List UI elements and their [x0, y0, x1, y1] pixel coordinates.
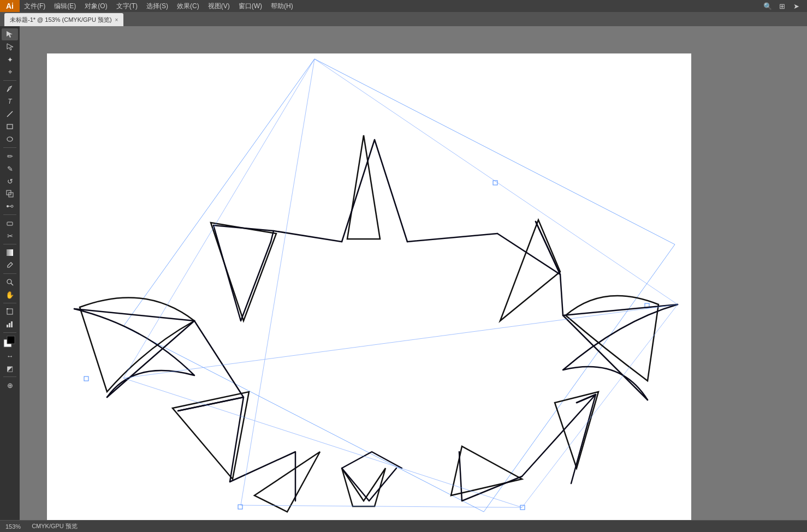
menu-items: 文件(F) 编辑(E) 对象(O) 文字(T) 选择(S) 效果(C) 视图(V… [20, 0, 298, 12]
svg-rect-9 [7, 249, 13, 256]
share-icon[interactable]: ➤ [791, 1, 802, 11]
screen-mode-icon[interactable]: ⊕ [2, 379, 18, 391]
menu-text[interactable]: 文字(T) [112, 0, 142, 12]
zoom-tool[interactable] [2, 276, 18, 288]
svg-rect-18 [7, 336, 15, 344]
svg-line-34 [563, 315, 648, 400]
tool-separator-2 [3, 147, 16, 148]
svg-rect-1 [7, 124, 13, 129]
default-colors-icon[interactable]: ◩ [2, 362, 18, 374]
color-mode: CMYK/GPU 预览 [32, 522, 78, 530]
document-tab[interactable]: 未标题-1* @ 153% (CMYK/GPU 预览) × [4, 13, 123, 26]
scale-tool[interactable] [2, 188, 18, 200]
menu-select[interactable]: 选择(S) [142, 0, 173, 12]
blend-tool[interactable] [2, 200, 18, 212]
left-toolbar: ✦ ⌖ T ✏ ✎ ↺ ✂ [0, 26, 20, 532]
svg-rect-16 [11, 321, 13, 327]
brush-tool[interactable]: ✏ [2, 150, 18, 162]
svg-marker-25 [347, 135, 380, 239]
magic-wand-tool[interactable]: ✦ [2, 53, 18, 65]
svg-rect-12 [7, 309, 13, 314]
star-artwork [47, 53, 691, 523]
line-tool[interactable] [2, 108, 18, 120]
direct-selection-tool[interactable] [2, 41, 18, 53]
ellipse-tool[interactable] [2, 133, 18, 145]
hand-tool[interactable]: ✋ [2, 289, 18, 301]
tab-title: 未标题-1* @ 153% (CMYK/GPU 预览) [10, 16, 112, 24]
toolbar-right-icons: 🔍 ⊞ ➤ [762, 1, 807, 11]
svg-marker-26 [211, 223, 276, 321]
zoom-level[interactable]: 153% [5, 523, 21, 530]
rect-tool[interactable] [2, 121, 18, 133]
tool-separator-5 [3, 273, 16, 274]
eraser-tool[interactable] [2, 217, 18, 229]
fill-stroke-display[interactable] [2, 335, 18, 349]
swap-fill-stroke-icon[interactable]: ↔ [2, 350, 18, 362]
selection-tool[interactable] [2, 28, 18, 40]
svg-rect-8 [7, 222, 13, 225]
menu-object[interactable]: 对象(O) [80, 0, 111, 12]
status-bar: 153% CMYK/GPU 预览 [0, 520, 807, 532]
artboard [47, 53, 691, 523]
app-logo: Ai [0, 0, 20, 12]
svg-line-36 [407, 234, 497, 242]
main-star [74, 140, 678, 501]
eyedropper-tool[interactable] [2, 259, 18, 271]
svg-line-39 [315, 59, 678, 304]
svg-rect-14 [7, 325, 8, 327]
arrange-icon[interactable]: ⊞ [776, 1, 787, 11]
lasso-tool[interactable]: ⌖ [2, 66, 18, 78]
svg-point-6 [11, 205, 13, 207]
search-icon[interactable]: 🔍 [762, 1, 773, 11]
svg-point-2 [7, 137, 13, 141]
menu-view[interactable]: 视图(V) [204, 0, 234, 12]
svg-rect-15 [9, 323, 10, 327]
bar-chart-tool[interactable] [2, 318, 18, 330]
tool-separator-7 [3, 332, 16, 333]
svg-line-42 [123, 59, 315, 378]
pencil-tool[interactable]: ✎ [2, 163, 18, 175]
main-area: ✦ ⌖ T ✏ ✎ ↺ ✂ [0, 26, 807, 532]
svg-marker-32 [500, 220, 560, 321]
svg-point-5 [7, 205, 9, 207]
rotate-tool[interactable]: ↺ [2, 175, 18, 187]
tool-separator-8 [3, 376, 16, 377]
svg-rect-13 [7, 308, 8, 309]
pen-tool[interactable] [2, 83, 18, 95]
guide-lines [123, 59, 678, 507]
svg-line-43 [123, 378, 522, 507]
svg-line-41 [522, 304, 678, 507]
gradient-tool[interactable] [2, 247, 18, 259]
svg-marker-29 [342, 468, 385, 506]
tab-close-button[interactable]: × [115, 17, 118, 23]
tab-bar: 未标题-1* @ 153% (CMYK/GPU 预览) × [0, 12, 807, 26]
tool-separator-6 [3, 303, 16, 303]
svg-marker-28 [254, 452, 320, 512]
svg-line-0 [7, 111, 13, 117]
artboard-tool[interactable] [2, 306, 18, 318]
menu-window[interactable]: 窗口(W) [234, 0, 266, 12]
tool-separator-3 [3, 214, 16, 215]
type-tool[interactable]: T [2, 95, 18, 107]
menu-file[interactable]: 文件(F) [20, 0, 50, 12]
tool-separator-1 [3, 80, 16, 81]
svg-line-40 [241, 505, 522, 507]
svg-marker-19 [123, 59, 675, 512]
menu-effect[interactable]: 效果(C) [173, 0, 204, 12]
selection-bounding-box [84, 59, 675, 512]
svg-rect-22 [84, 376, 88, 381]
scissors-tool[interactable]: ✂ [2, 230, 18, 242]
svg-line-35 [274, 231, 342, 242]
svg-line-38 [241, 59, 315, 505]
tool-separator-4 [3, 244, 16, 244]
menu-bar: Ai 文件(F) 编辑(E) 对象(O) 文字(T) 选择(S) 效果(C) 视… [0, 0, 807, 12]
menu-help[interactable]: 帮助(H) [266, 0, 298, 12]
canvas-area [20, 26, 807, 532]
menu-edit[interactable]: 编辑(E) [50, 0, 80, 12]
svg-point-10 [7, 279, 11, 284]
svg-line-11 [11, 283, 13, 285]
